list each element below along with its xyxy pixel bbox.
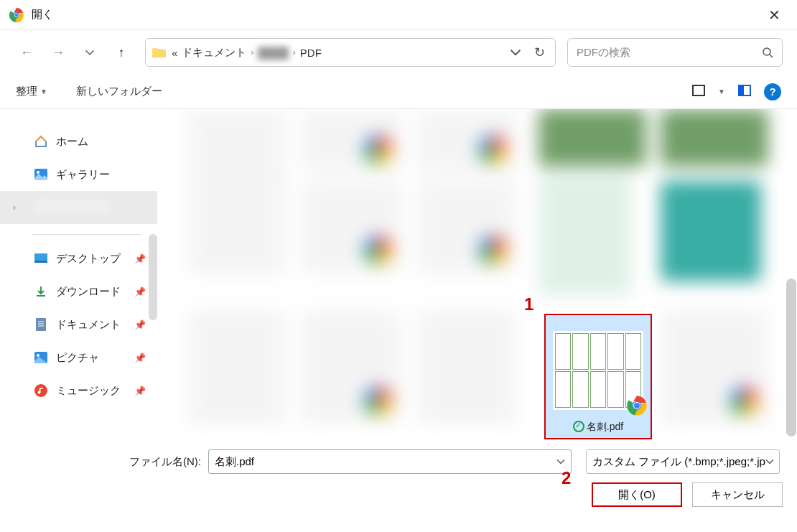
svg-point-22 [634,403,640,409]
svg-point-4 [15,13,19,17]
back-button[interactable]: ← [13,39,40,66]
view-mode-button[interactable] [692,85,705,99]
breadcrumb-dropdown-icon[interactable] [510,47,521,58]
grid-scrollbar[interactable] [786,279,796,437]
svg-point-18 [34,384,47,397]
desktop-icon [33,251,49,266]
folder-icon [152,46,167,59]
file-item-selected[interactable]: 名刺.pdf [544,314,652,439]
download-icon [33,284,49,299]
sidebar-item-documents[interactable]: ドキュメント 📌 [0,308,157,341]
breadcrumb-item[interactable]: ドキュメント [182,46,246,60]
bottom-panel: ファイル名(N): 名刺.pdf カスタム ファイル (*.bmp;*.jpeg… [0,437,797,517]
view-caret-icon[interactable]: ▼ [718,88,725,95]
sidebar-item-downloads[interactable]: ダウンロード 📌 [0,275,157,308]
filename-label: ファイル名(N): [0,455,201,469]
breadcrumb-item-blurred[interactable]: ████ [258,47,289,59]
svg-point-5 [763,48,770,55]
combo-caret-icon [556,457,565,466]
search-box[interactable]: PDFの検索 [567,38,783,67]
combo-caret-icon [765,457,774,466]
home-icon [33,134,49,149]
sidebar: ホーム ギャラリー › デスクトップ 📌 ダウンロード 📌 ドキュメント 📌 [0,109,158,437]
breadcrumb-item[interactable]: PDF [300,47,322,59]
annotation-1: 1 [524,294,533,314]
filename-input[interactable]: 名刺.pdf [208,449,572,474]
navbar: ← → ↑ « ドキュメント › ████ › PDF ↻ PDFの検索 [0,30,797,75]
svg-rect-10 [34,261,47,263]
svg-point-17 [37,354,39,357]
new-folder-button[interactable]: 新しいフォルダー [76,85,162,98]
pin-icon: 📌 [134,253,146,264]
search-icon [762,47,773,58]
svg-line-6 [770,55,773,57]
sidebar-scrollbar[interactable] [149,234,157,320]
svg-rect-12 [36,318,46,331]
breadcrumb-box[interactable]: « ドキュメント › ████ › PDF ↻ [145,38,556,67]
up-button[interactable]: ↑ [108,39,135,66]
sidebar-item-blurred [33,200,112,215]
annotation-2: 2 [561,468,571,488]
svg-point-8 [37,171,39,174]
refresh-button[interactable]: ↻ [534,45,545,60]
chrome-overlay-icon [626,395,648,416]
cancel-button[interactable]: キャンセル [692,482,783,507]
breadcrumb-prefix: « [172,47,177,59]
pin-icon: 📌 [134,286,146,297]
file-grid[interactable] [158,109,797,437]
organize-menu[interactable]: 整理 ▼ [16,85,47,98]
pin-icon: 📌 [134,353,146,363]
search-placeholder: PDFの検索 [577,46,762,60]
preview-pane-button[interactable] [738,85,751,99]
sidebar-item-desktop[interactable]: デスクトップ 📌 [0,242,157,275]
help-button[interactable]: ? [764,83,781,101]
titlebar: 開く ✕ [0,0,797,30]
sidebar-item-gallery[interactable]: ギャラリー [0,158,157,191]
sidebar-item-selected[interactable]: › [0,191,157,224]
sidebar-item-music[interactable]: ミュージック 📌 [0,374,157,407]
breadcrumb-separator: › [293,47,296,57]
breadcrumb-separator: › [251,47,253,57]
breadcrumb: « ドキュメント › ████ › PDF [172,46,322,60]
sidebar-divider [32,234,141,235]
main-area: ホーム ギャラリー › デスクトップ 📌 ダウンロード 📌 ドキュメント 📌 [0,109,797,437]
music-icon [33,383,49,398]
open-button[interactable]: 開く(O) [592,482,682,507]
filetype-combo[interactable]: カスタム ファイル (*.bmp;*.jpeg;*.jp [586,449,780,474]
window-title: 開く [32,8,53,22]
forward-button[interactable]: → [45,39,72,66]
recent-dropdown[interactable] [76,39,103,66]
toolbar: 整理 ▼ 新しいフォルダー ▼ ? [0,75,797,109]
close-button[interactable]: ✕ [760,6,788,24]
caret-down-icon: ▼ [40,88,47,95]
gallery-icon [33,167,49,182]
document-icon [33,317,49,332]
file-grid-blurred [158,109,797,437]
chrome-icon [9,7,24,23]
chevron-right-icon: › [13,202,16,213]
pictures-icon [33,350,49,365]
sync-check-icon [573,421,584,432]
pin-icon: 📌 [134,386,146,396]
pin-icon: 📌 [134,319,146,330]
file-name: 名刺.pdf [546,419,651,434]
sidebar-item-home[interactable]: ホーム [0,125,157,158]
sidebar-item-pictures[interactable]: ピクチャ 📌 [0,341,157,374]
